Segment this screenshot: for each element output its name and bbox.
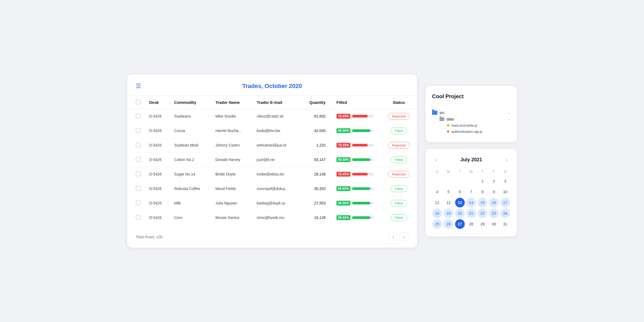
- divider: [432, 105, 510, 105]
- col-trader-email: Trader E-mail: [253, 96, 300, 109]
- row-checkbox[interactable]: [136, 157, 141, 162]
- row-desk: D-5426: [145, 123, 170, 138]
- col-commodity: Commodity: [170, 96, 211, 109]
- cal-day[interactable]: 15: [478, 198, 487, 207]
- col-trader-name: Trader Name: [211, 96, 253, 109]
- trades-table: Desk Commodity Trader Name Trader E-mail…: [127, 96, 417, 225]
- row-checkbox[interactable]: [136, 186, 141, 191]
- cal-day[interactable]: 26: [444, 219, 453, 229]
- row-commodity: Cotton No.2: [170, 152, 211, 167]
- cal-day[interactable]: 19: [444, 208, 453, 218]
- row-checkbox[interactable]: [136, 114, 141, 118]
- row-quantity: 16,139: [300, 210, 332, 225]
- total-rows-label: Total Rows: 100: [136, 235, 163, 239]
- menu-icon[interactable]: ☰: [136, 83, 141, 89]
- progress-bar-bg: [352, 144, 374, 147]
- row-checkbox-cell: [127, 123, 145, 138]
- cal-day[interactable]: 29: [478, 219, 487, 229]
- trades-panel: ☰ Trades, October 2020 Desk Commodity Tr…: [127, 75, 417, 248]
- progress-bar-fill: [352, 202, 370, 204]
- row-quantity: 1,232: [300, 138, 332, 152]
- row-commodity: Robusta Coffee: [170, 181, 211, 196]
- row-filled: 85.50%: [332, 152, 381, 167]
- file-auth-api[interactable]: authentication-api.js: [432, 129, 510, 135]
- cal-day[interactable]: 14: [466, 198, 476, 207]
- cal-day[interactable]: 31: [500, 219, 510, 229]
- cal-day[interactable]: 10: [500, 187, 510, 197]
- row-trader-email: zuncopof@dukuj...: [253, 181, 300, 196]
- row-status: Filled: [381, 210, 417, 225]
- table-row: D-5426 Corn Bessie Santos nimo@funeb.mu …: [127, 210, 417, 225]
- cal-day[interactable]: 13: [455, 198, 465, 207]
- progress-bar-fill: [352, 129, 370, 132]
- cal-day[interactable]: 17: [500, 198, 510, 207]
- prev-month-button[interactable]: ‹: [432, 156, 440, 164]
- calendar-grid: SMTWTFS123456789101112131415161718192021…: [432, 168, 510, 229]
- cal-day[interactable]: 25: [432, 219, 442, 229]
- row-checkbox[interactable]: [136, 142, 141, 147]
- col-filled: Filled: [332, 96, 381, 109]
- cal-day[interactable]: 30: [489, 219, 499, 229]
- status-badge: Filled: [391, 200, 407, 207]
- table-row: D-5426 Cocoa Harriet Bucha... koda@bivi.…: [127, 123, 417, 138]
- row-quantity: 30,333: [300, 181, 332, 196]
- row-checkbox[interactable]: [136, 215, 141, 220]
- col-desk: Desk: [145, 96, 170, 109]
- row-filled: 85.50%: [332, 181, 381, 196]
- cal-day[interactable]: 2: [489, 176, 499, 186]
- cal-day[interactable]: 28: [466, 219, 476, 229]
- cal-day[interactable]: 5: [444, 187, 453, 197]
- cal-day[interactable]: 16: [489, 198, 499, 207]
- cal-day[interactable]: 21: [466, 208, 476, 218]
- cal-day[interactable]: 9: [489, 187, 499, 197]
- cal-day[interactable]: 7: [466, 187, 476, 197]
- row-desk: D-5426: [145, 196, 170, 210]
- next-page-button[interactable]: ›: [400, 233, 408, 241]
- cal-day[interactable]: 4: [432, 187, 442, 197]
- row-filled: 72.45%: [332, 109, 381, 123]
- row-status: Filled: [381, 123, 417, 138]
- progress-bar-bg: [352, 158, 374, 161]
- cal-day[interactable]: 1: [478, 176, 487, 186]
- row-checkbox[interactable]: [136, 171, 141, 176]
- data-folder-item[interactable]: data ⌄: [432, 116, 510, 122]
- status-badge: Rejected: [388, 113, 410, 120]
- row-trader-email: erebe@ebisu.kn: [253, 167, 300, 181]
- row-status: Filled: [381, 152, 417, 167]
- file-read-write[interactable]: read-and-write.js: [432, 122, 510, 129]
- src-folder-item[interactable]: src ⌄: [432, 109, 510, 116]
- calendar-panel: ‹ July 2021 › SMTWTFS1234567891011121314…: [426, 149, 517, 236]
- row-status: Rejected: [381, 109, 417, 123]
- progress-bar-bg: [352, 216, 374, 219]
- cal-day[interactable]: 24: [500, 208, 510, 218]
- row-status: Rejected: [381, 138, 417, 152]
- cal-day: [432, 176, 442, 186]
- cal-day[interactable]: 23: [489, 208, 499, 218]
- filled-label: 72.45%: [336, 114, 351, 119]
- panel-header: ☰ Trades, October 2020: [127, 83, 417, 96]
- row-trader-name: Bessie Santos: [211, 210, 253, 225]
- row-filled: 72.45%: [332, 167, 381, 181]
- row-status: Filled: [381, 181, 417, 196]
- row-trader-email: nimo@funeb.mu: [253, 210, 300, 225]
- cal-day[interactable]: 18: [432, 208, 442, 218]
- cal-day[interactable]: 27: [455, 219, 465, 229]
- cal-day[interactable]: 6: [455, 187, 465, 197]
- row-trader-name: Johnny Castro: [211, 138, 253, 152]
- row-quantity: 42,045: [300, 123, 332, 138]
- table-row: D-5426 Soybeans Mike Snyder cikiuz@cadzi…: [127, 109, 417, 123]
- cal-day[interactable]: 20: [455, 208, 465, 218]
- cal-day[interactable]: 12: [444, 198, 453, 207]
- cal-day[interactable]: 22: [478, 208, 487, 218]
- next-month-button[interactable]: ›: [503, 156, 510, 164]
- row-desk: D-5426: [145, 109, 170, 123]
- select-all-checkbox[interactable]: [136, 100, 141, 104]
- row-checkbox[interactable]: [136, 128, 141, 133]
- filled-label: 72.45%: [336, 172, 351, 177]
- cal-day[interactable]: 11: [432, 198, 442, 207]
- prev-page-button[interactable]: ‹: [389, 233, 398, 241]
- cal-day[interactable]: 8: [478, 187, 487, 197]
- cal-day[interactable]: 3: [500, 176, 510, 186]
- row-checkbox[interactable]: [136, 200, 141, 205]
- table-row: D-5426 Milk Julia Nguyen kaskeg@dupli.uz…: [127, 196, 417, 210]
